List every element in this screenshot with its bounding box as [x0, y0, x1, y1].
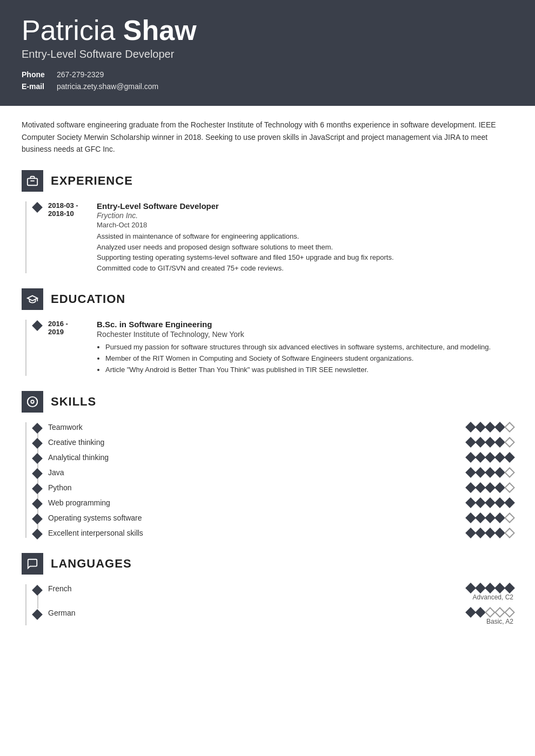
svg-rect-0	[28, 179, 37, 186]
list-item: Supporting testing operating systems-lev…	[97, 252, 513, 263]
experience-title: EXPERIENCE	[51, 174, 133, 188]
education-timeline: 2016 - 2019 B.Sc. in Software Engineerin…	[37, 320, 513, 375]
timeline-diamond	[32, 468, 43, 479]
svg-point-3	[31, 400, 34, 403]
skills-icon	[22, 391, 43, 413]
language-name: German	[48, 609, 467, 617]
school-name: Rochester Institute of Technology, New Y…	[97, 330, 513, 339]
dot-empty	[504, 467, 515, 478]
language-level: Basic, A2	[486, 618, 513, 625]
languages-list: FrenchAdvanced, C2GermanBasic, A2	[37, 584, 513, 625]
experience-icon	[22, 170, 43, 192]
list-item: Analyzed user needs and proposed design …	[97, 242, 513, 253]
skill-dots	[467, 514, 513, 522]
job-company: Fryction Inc.	[97, 211, 513, 220]
skill-name: Analytical thinking	[48, 453, 467, 462]
timeline-diamond	[32, 483, 43, 494]
list-item: Member of the RIT Women in Computing and…	[105, 353, 513, 364]
timeline-diamond	[32, 585, 43, 596]
list-item: Operating systems software	[48, 513, 513, 523]
job-period: March-Oct 2018	[97, 221, 513, 229]
skills-header: SKILLS	[22, 391, 513, 413]
skill-name: Python	[48, 483, 467, 492]
skill-dots	[467, 529, 513, 537]
contact-info: Phone 267-279-2329 E-mail patricia.zety.…	[22, 70, 513, 91]
date-start: 2016 -	[48, 320, 97, 328]
email-label: E-mail	[22, 82, 51, 91]
skill-name: Creative thinking	[48, 438, 467, 447]
timeline-diamond	[32, 438, 43, 449]
experience-body: 2018-03 - 2018-10 Entry-Level Software D…	[25, 201, 513, 273]
skills-title: SKILLS	[51, 395, 96, 409]
skill-name: Operating systems software	[48, 514, 467, 522]
last-name: Shaw	[123, 15, 197, 46]
main-content: Motivated software engineering graduate …	[0, 106, 535, 662]
languages-section: LANGUAGES FrenchAdvanced, C2GermanBasic,…	[22, 553, 513, 625]
experience-section: EXPERIENCE 2018-03 - 2018-10 Entry-Level…	[22, 170, 513, 273]
list-item: FrenchAdvanced, C2	[48, 584, 513, 601]
phone-row: Phone 267-279-2329	[22, 70, 513, 79]
skills-body: TeamworkCreative thinkingAnalytical thin…	[25, 422, 513, 538]
languages-header: LANGUAGES	[22, 553, 513, 575]
dot-filled	[504, 497, 515, 508]
job-bullets: Assisted in maintenance of software for …	[97, 231, 513, 273]
timeline-diamond	[32, 498, 43, 509]
dot-empty	[504, 437, 515, 448]
timeline-diamond	[32, 320, 43, 331]
education-title: EDUCATION	[51, 292, 125, 306]
skill-name: Java	[48, 468, 467, 477]
table-row: 2016 - 2019 B.Sc. in Software Engineerin…	[48, 320, 513, 375]
timeline-diamond	[32, 423, 43, 434]
experience-timeline: 2018-03 - 2018-10 Entry-Level Software D…	[37, 201, 513, 273]
education-header: EDUCATION	[22, 288, 513, 310]
skill-name: Teamwork	[48, 423, 467, 431]
skill-dots	[467, 423, 513, 431]
skills-list: TeamworkCreative thinkingAnalytical thin…	[37, 422, 513, 538]
education-body: 2016 - 2019 B.Sc. in Software Engineerin…	[25, 320, 513, 375]
lang-dots	[467, 609, 513, 616]
dot-filled	[504, 583, 515, 593]
timeline-diamond	[32, 609, 43, 620]
skill-name: Web programming	[48, 498, 467, 507]
timeline-diamond	[32, 453, 43, 464]
job-content: Entry-Level Software Developer Fryction …	[97, 201, 513, 273]
list-item: Teamwork	[48, 422, 513, 432]
dot-empty	[504, 482, 515, 493]
timeline-diamond	[32, 529, 43, 539]
dot-empty	[504, 607, 515, 618]
timeline-diamond	[32, 202, 43, 213]
list-item: Article "Why Android is Better Than You …	[105, 364, 513, 376]
languages-icon	[22, 553, 43, 575]
list-item: Committed code to GIT/SVN and created 75…	[97, 263, 513, 274]
languages-title: LANGUAGES	[51, 557, 132, 571]
job-dates: 2018-03 - 2018-10	[48, 201, 97, 273]
edu-bullets: Pursued my passion for software structur…	[97, 342, 513, 375]
header: Patricia Shaw Entry-Level Software Devel…	[0, 0, 535, 106]
email-row: E-mail patricia.zety.shaw@gmail.com	[22, 82, 513, 91]
list-item: Assisted in maintenance of software for …	[97, 231, 513, 242]
languages-body: FrenchAdvanced, C2GermanBasic, A2	[25, 584, 513, 625]
skill-name: Excellent interpersonal skills	[48, 529, 467, 537]
skill-dots	[467, 484, 513, 491]
edu-dates: 2016 - 2019	[48, 320, 97, 375]
list-item: Web programming	[48, 498, 513, 508]
degree-title: B.Sc. in Software Engineering	[97, 320, 513, 329]
list-item: Excellent interpersonal skills	[48, 528, 513, 538]
experience-header: EXPERIENCE	[22, 170, 513, 192]
dot-filled	[504, 452, 515, 463]
language-level: Advanced, C2	[473, 593, 513, 601]
list-item: Pursued my passion for software structur…	[105, 342, 513, 353]
date-end: 2019	[48, 328, 97, 336]
skill-dots	[467, 499, 513, 507]
dot-empty	[504, 422, 515, 433]
skill-dots	[467, 438, 513, 446]
lang-dots	[467, 584, 513, 592]
job-title: Entry-Level Software Developer	[22, 48, 513, 60]
language-rating: Advanced, C2	[467, 584, 513, 601]
timeline-diamond	[32, 514, 43, 524]
skill-dots	[467, 454, 513, 461]
dot-empty	[504, 512, 515, 523]
language-name: French	[48, 584, 467, 593]
email-value: patricia.zety.shaw@gmail.com	[57, 82, 158, 91]
dot-empty	[504, 528, 515, 538]
